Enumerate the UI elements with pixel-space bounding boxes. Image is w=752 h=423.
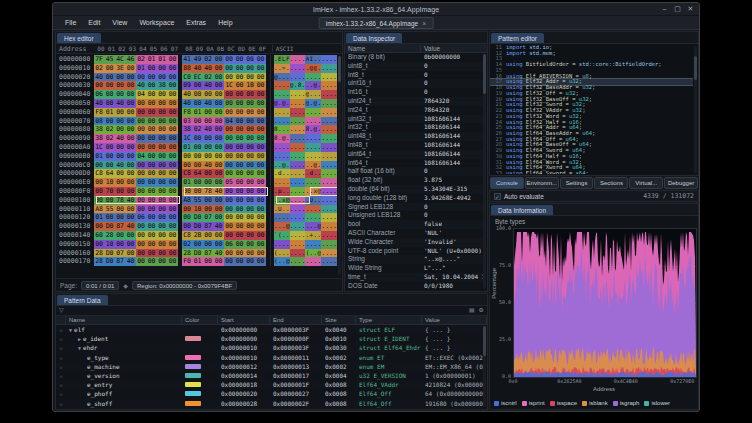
hex-scrollbar[interactable] xyxy=(338,56,341,275)
hex-byte[interactable]: 00 xyxy=(192,152,203,161)
hex-byte[interactable]: 00 xyxy=(255,240,266,249)
hex-byte[interactable]: 00 xyxy=(192,81,203,90)
inspector-row[interactable]: uint64_t1081606144 xyxy=(345,150,483,159)
ascii-char[interactable]: . xyxy=(333,222,337,231)
hex-byte[interactable]: 00 xyxy=(125,187,136,196)
hex-byte[interactable]: 01 xyxy=(104,108,115,117)
hex-byte[interactable]: 00 xyxy=(136,178,147,187)
hex-byte[interactable]: 00 xyxy=(213,169,224,178)
tab-virtual[interactable]: Virtual... xyxy=(629,177,663,189)
hex-byte[interactable]: 00 xyxy=(125,240,136,249)
hex-byte[interactable]: 00 xyxy=(136,125,147,134)
hex-byte[interactable]: 00 xyxy=(136,205,147,214)
hex-byte[interactable]: C8 xyxy=(182,231,193,240)
hex-byte[interactable]: 01 xyxy=(192,257,203,266)
hex-byte[interactable]: 00 xyxy=(213,81,224,90)
hex-byte[interactable]: 00 xyxy=(234,222,245,231)
hex-byte[interactable]: 00 xyxy=(213,257,224,266)
hex-byte[interactable]: 40 xyxy=(203,125,214,134)
hex-byte[interactable]: 00 xyxy=(167,213,178,222)
hex-byte[interactable]: 04 xyxy=(136,90,147,99)
hex-byte[interactable]: 00 xyxy=(213,55,224,64)
hex-byte[interactable]: 00 xyxy=(224,222,235,231)
hex-byte[interactable]: 00 xyxy=(255,187,266,196)
hex-byte[interactable]: 00 xyxy=(245,134,256,143)
data-inspector-title-tab[interactable]: Data Inspector xyxy=(346,33,402,43)
hex-byte[interactable]: 00 xyxy=(115,125,126,134)
hex-byte[interactable]: 00 xyxy=(182,222,193,231)
hex-byte[interactable]: 00 xyxy=(104,64,115,73)
table-view-icon[interactable]: ▤ xyxy=(469,306,475,315)
ascii-char[interactable]: . xyxy=(333,249,337,258)
hex-byte[interactable]: 00 xyxy=(245,196,256,205)
hex-byte[interactable]: 00 xyxy=(157,125,168,134)
auto-evaluate-checkbox[interactable]: ✓ xyxy=(494,193,501,200)
hex-byte[interactable]: 00 xyxy=(234,125,245,134)
filter-icon[interactable]: ▽ xyxy=(59,306,64,315)
hex-byte[interactable]: 1C xyxy=(224,81,235,90)
hex-byte[interactable]: 40 xyxy=(213,222,224,231)
hex-byte[interactable]: 00 xyxy=(125,213,136,222)
hex-byte[interactable]: 00 xyxy=(146,169,157,178)
hex-byte[interactable]: 00 xyxy=(167,143,178,152)
hex-byte[interactable]: 00 xyxy=(234,81,245,90)
ascii-char[interactable]: . xyxy=(333,81,337,90)
hex-byte[interactable]: 00 xyxy=(167,178,178,187)
ascii-char[interactable]: . xyxy=(333,108,337,117)
hex-byte[interactable]: 00 xyxy=(245,108,256,117)
hex-byte[interactable]: 00 xyxy=(255,90,266,99)
menu-view[interactable]: View xyxy=(106,16,133,29)
hex-byte[interactable]: 87 xyxy=(115,257,126,266)
hex-byte[interactable]: 00 xyxy=(125,99,136,108)
column-header-end[interactable]: End xyxy=(270,316,322,325)
hex-byte[interactable]: 00 xyxy=(157,187,168,196)
hex-byte[interactable]: 00 xyxy=(224,257,235,266)
hex-byte[interactable]: 1C xyxy=(94,143,105,152)
hex-byte[interactable]: 00 xyxy=(255,143,266,152)
ascii-char[interactable]: . xyxy=(333,161,337,170)
ascii-char[interactable]: . xyxy=(333,117,337,126)
hex-byte[interactable]: 00 xyxy=(234,161,245,170)
hex-byte[interactable]: 01 xyxy=(157,55,168,64)
hex-byte[interactable]: 04 xyxy=(224,117,235,126)
hex-byte[interactable]: 00 xyxy=(245,169,256,178)
hex-byte[interactable]: 00 xyxy=(167,257,178,266)
hex-byte[interactable]: 00 xyxy=(234,55,245,64)
hex-byte[interactable]: 00 xyxy=(125,125,136,134)
hex-byte[interactable]: D0 xyxy=(104,249,115,258)
inspector-row[interactable]: float (32 bit)3.875 xyxy=(345,176,483,185)
hex-byte[interactable]: 00 xyxy=(167,196,178,205)
hex-byte[interactable]: 10 xyxy=(104,178,115,187)
hex-byte[interactable]: 00 xyxy=(234,178,245,187)
hex-byte[interactable]: 00 xyxy=(213,240,224,249)
ascii-char[interactable]: . xyxy=(333,134,337,143)
hex-byte[interactable]: 00 xyxy=(167,205,178,214)
hex-byte[interactable]: 00 xyxy=(94,187,105,196)
hex-byte[interactable]: D0 xyxy=(192,222,203,231)
hex-byte[interactable]: 87 xyxy=(115,222,126,231)
hex-byte[interactable]: 00 xyxy=(115,117,126,126)
hex-byte[interactable]: 00 xyxy=(245,213,256,222)
hex-byte[interactable]: 88 xyxy=(182,64,193,73)
favorite-star-icon[interactable]: ☆ xyxy=(56,334,66,343)
hex-byte[interactable]: 00 xyxy=(213,231,224,240)
ascii-char[interactable]: . xyxy=(333,125,337,134)
hex-byte[interactable]: 00 xyxy=(245,257,256,266)
hex-byte[interactable]: 00 xyxy=(115,152,126,161)
hex-byte[interactable]: 00 xyxy=(104,73,115,82)
hex-byte[interactable]: 00 xyxy=(255,169,266,178)
hex-byte[interactable]: 00 xyxy=(224,90,235,99)
hex-byte[interactable]: 00 xyxy=(167,249,178,258)
hex-byte[interactable]: 00 xyxy=(125,64,136,73)
hex-byte[interactable]: 00 xyxy=(255,205,266,214)
hex-byte[interactable]: 00 xyxy=(157,178,168,187)
hex-byte[interactable]: 00 xyxy=(104,196,115,205)
ascii-char[interactable]: . xyxy=(333,196,337,205)
hex-byte[interactable]: 00 xyxy=(234,196,245,205)
inspector-row[interactable]: UTF-8 code point'NUL' (U+0x0000) xyxy=(345,247,483,256)
hex-byte[interactable]: 00 xyxy=(146,143,157,152)
hex-byte[interactable]: 00 xyxy=(125,249,136,258)
hex-byte[interactable]: 00 xyxy=(104,90,115,99)
inspector-row[interactable]: Binary (8 bit)0b00000000 xyxy=(345,53,483,62)
hex-byte[interactable]: 00 xyxy=(125,108,136,117)
